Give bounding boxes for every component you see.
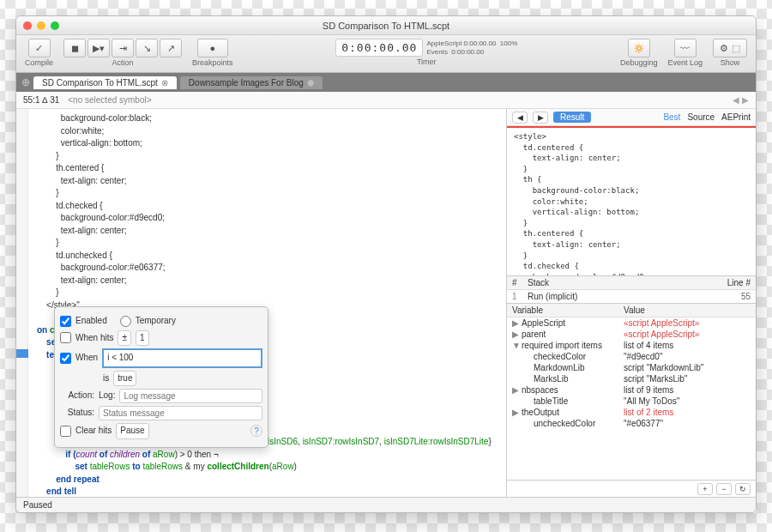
toolbar-label: Debugging <box>620 58 658 67</box>
tab-source[interactable]: Source <box>687 112 715 122</box>
titlebar: SD Comparison To HTML.scpt <box>16 16 756 35</box>
toolbar-label: Breakpoints <box>192 58 233 67</box>
tab-aeprint[interactable]: AEPrint <box>721 112 751 122</box>
log-input[interactable] <box>119 389 262 403</box>
variable-row[interactable]: ▶theOutputlist of 2 items <box>507 407 756 418</box>
step-button[interactable]: ⇥ <box>112 39 134 57</box>
add-button[interactable]: + <box>697 483 713 495</box>
close-tab-icon[interactable]: ⊗ <box>307 78 314 88</box>
status-text: Paused <box>23 500 52 510</box>
symbol-popup[interactable]: <no selected symbol> <box>68 95 151 105</box>
label: Log: <box>99 390 115 402</box>
col-header: # <box>512 278 528 287</box>
result-view[interactable]: <style> td.centered { text-align: center… <box>507 126 756 276</box>
inspector: ◀ ▶ Result Best Source AEPrint <style> t… <box>507 109 756 497</box>
document-tabs: ⊕ SD Comparison To HTML.scpt⊗ Downsample… <box>16 73 756 92</box>
tab-best[interactable]: Best <box>663 112 680 122</box>
code-line: th.centered { <box>37 162 499 175</box>
debugging-button[interactable]: 🔅 <box>628 39 650 57</box>
code-line: } <box>37 237 499 250</box>
temporary-radio[interactable] <box>120 316 131 327</box>
stack-row[interactable]: 1Run (implicit)55 <box>507 290 756 303</box>
window-controls <box>23 21 59 30</box>
tab-active[interactable]: SD Comparison To HTML.scpt⊗ <box>33 76 177 89</box>
label: When <box>75 352 98 365</box>
whenhits-checkbox[interactable] <box>60 332 71 343</box>
clearhits-checkbox[interactable] <box>60 426 71 437</box>
variable-row[interactable]: MarksLibscript "MarksLib" <box>507 373 756 384</box>
code-editor[interactable]: background-color:black; color:white; ver… <box>16 109 507 497</box>
variable-row[interactable]: checkedColor"#d9ecd0" <box>507 351 756 362</box>
hitval-stepper[interactable]: 1 <box>136 330 149 347</box>
code-line: background-color:#e06377; <box>37 262 499 275</box>
code-line: text-align: center; <box>37 175 499 188</box>
code-line: vertical-align: bottom; <box>37 137 499 150</box>
condition-input[interactable]: i < 100 <box>102 348 262 368</box>
status-bar: Paused <box>16 497 756 512</box>
code-line: color:white; <box>37 125 499 138</box>
code-line: background-color:#d9ecd0; <box>37 212 499 225</box>
label: Action: <box>60 390 94 402</box>
when-checkbox[interactable] <box>60 353 71 364</box>
hitop-select[interactable]: ± <box>118 330 131 347</box>
bool-select[interactable]: true <box>113 371 136 387</box>
variable-row[interactable]: MarkdownLibscript "MarkdownLib" <box>507 362 756 373</box>
compile-button[interactable]: ✓ <box>28 39 51 57</box>
window: SD Comparison To HTML.scpt ✓Compile ◼ ▶▾… <box>15 15 757 513</box>
close-tab-icon[interactable]: ⊗ <box>161 78 168 88</box>
toolbar-label: Timer <box>417 57 437 66</box>
variable-row[interactable]: ▶AppleScript«script AppleScript» <box>507 317 756 329</box>
variable-row[interactable]: ▼required import itemslist of 4 items <box>507 340 756 351</box>
cursor-position: 55:1 ∆ 31 <box>23 95 59 105</box>
status-input[interactable] <box>99 406 262 420</box>
breakpoints-button[interactable]: ● <box>197 39 228 57</box>
back-button[interactable]: ◀ <box>512 112 528 124</box>
code-line: end repeat <box>37 474 499 487</box>
toolbar-label: Show <box>721 58 740 67</box>
code-line: end tell <box>37 486 499 497</box>
result-pill[interactable]: Result <box>553 112 591 123</box>
breakpoint-marker[interactable] <box>16 349 28 358</box>
content: background-color:black; color:white; ver… <box>16 109 756 497</box>
code-line: td.checked { <box>37 200 499 213</box>
code-line: } <box>37 150 499 163</box>
eventlog-button[interactable]: 〰 <box>674 39 697 57</box>
fwd-button[interactable]: ▶ <box>533 112 548 124</box>
step-into-button[interactable]: ↘ <box>136 39 158 57</box>
run-button[interactable]: ▶▾ <box>87 39 110 57</box>
zoom-icon[interactable] <box>51 21 59 30</box>
tab-label: Downsample Images For Blog <box>189 78 304 88</box>
close-icon[interactable] <box>23 21 32 30</box>
result-toolbar: ◀ ▶ Result Best Source AEPrint <box>507 109 756 126</box>
enabled-checkbox[interactable] <box>60 316 71 327</box>
code-line: td.unchecked { <box>37 250 499 263</box>
stop-button[interactable]: ◼ <box>63 39 86 57</box>
minimize-icon[interactable] <box>37 21 45 30</box>
tab-inactive[interactable]: Downsample Images For Blog⊗ <box>180 76 323 89</box>
pause-select[interactable]: Pause <box>116 423 148 439</box>
nav-arrows[interactable]: ◀ ▶ <box>733 95 749 105</box>
toolbar-label: Action <box>112 58 134 67</box>
col-header: Value <box>624 305 645 315</box>
code-line: } <box>37 287 499 299</box>
step-out-button[interactable]: ↗ <box>160 39 182 57</box>
col-header: Stack <box>528 278 549 287</box>
vars-footer: + − ↻ <box>507 480 756 497</box>
toolbar-label: Event Log <box>667 58 703 67</box>
variable-row[interactable]: tableTitle"All My ToDos" <box>507 396 756 407</box>
help-icon[interactable]: ? <box>250 425 262 437</box>
breakpoint-popover: Enabled Temporary When hits ± 1 When i <… <box>54 306 268 448</box>
timer-display: 0:00:00.00 <box>335 39 423 57</box>
col-header: Variable <box>512 305 624 315</box>
toolbar: ✓Compile ◼ ▶▾ ⇥ ↘ ↗ Action ●Breakpoints … <box>16 35 756 73</box>
show-button[interactable]: ⚙ ⬚ <box>713 39 747 57</box>
remove-button[interactable]: − <box>716 483 732 495</box>
variable-row[interactable]: ▶nbspaceslist of 9 items <box>507 384 756 396</box>
label: Clear hits <box>75 425 112 438</box>
variable-row[interactable]: uncheckedColor"#e06377" <box>507 418 756 429</box>
add-tab-icon[interactable]: ⊕ <box>21 76 30 88</box>
refresh-button[interactable]: ↻ <box>735 483 751 495</box>
window-title: SD Comparison To HTML.scpt <box>323 21 449 31</box>
label: is <box>103 372 109 385</box>
variable-row[interactable]: ▶parent«script AppleScript» <box>507 329 756 340</box>
